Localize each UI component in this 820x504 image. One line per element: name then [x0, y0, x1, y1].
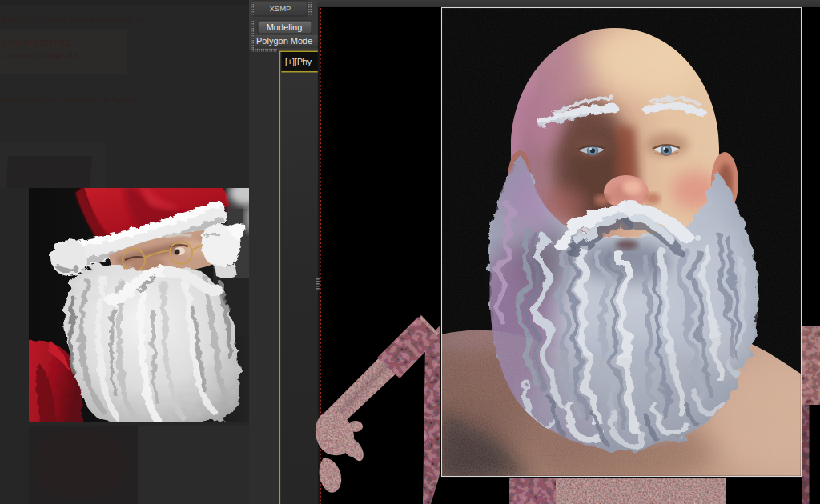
svg-text:XSMP: XSMP [270, 4, 291, 13]
svg-text:composited_design 012: composited_design 012 [2, 51, 78, 59]
svg-text:Polygon Mode: Polygon Mode [256, 36, 312, 46]
svg-text:Modeling: Modeling [267, 22, 303, 32]
svg-text:[+][Phy: [+][Phy [285, 57, 312, 66]
svg-text:0/2021 10:12:15726: Saving Ren: 0/2021 10:12:15726: Saving Rendering md [2, 15, 145, 23]
svg-text:media design 012 version qa 01: media design 012 version qa 01 figural [2, 96, 134, 104]
svg-text:0_06_01-20211012_: 0_06_01-20211012_ [2, 38, 75, 47]
